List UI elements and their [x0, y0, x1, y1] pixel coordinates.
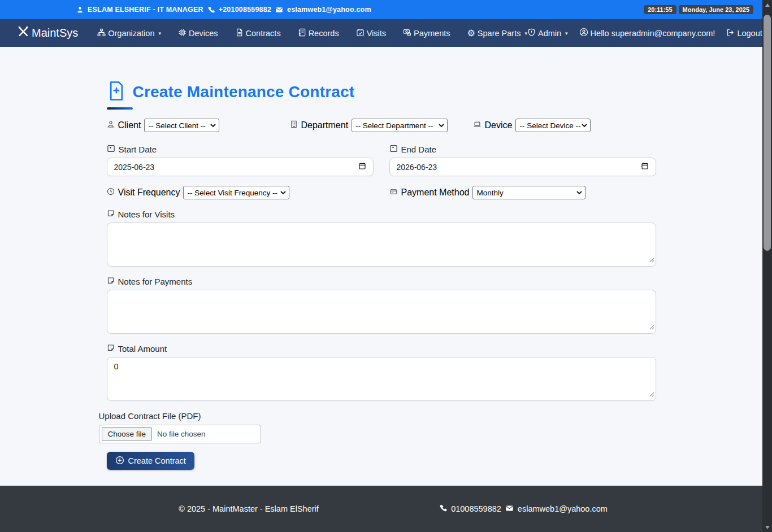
- clock-icon: [107, 187, 115, 198]
- page-title-text: Create Maintenance Contract: [133, 83, 355, 101]
- org-chart-icon: [97, 28, 106, 38]
- department-group: Department -- Select Department --: [290, 119, 473, 132]
- notes-payments-wrap: [107, 290, 656, 334]
- choose-file-button[interactable]: Choose file: [102, 427, 153, 441]
- date-badge: Monday, June 23, 2025: [679, 5, 753, 14]
- start-date-input[interactable]: 2025-06-23: [107, 158, 374, 176]
- plus-circle-icon: [115, 456, 124, 466]
- department-select[interactable]: -- Select Department --: [352, 119, 448, 132]
- nav-contracts-label: Contracts: [246, 29, 281, 38]
- end-date-value: 2026-06-23: [397, 163, 437, 172]
- notes-visits-label: Notes for Visits: [107, 210, 656, 219]
- create-contract-button[interactable]: Create Contract: [107, 452, 194, 470]
- nav-visits[interactable]: Visits: [356, 28, 386, 38]
- nav-logout[interactable]: Logout: [726, 28, 762, 38]
- notes-visits-wrap: [107, 223, 656, 267]
- visit-frequency-select[interactable]: -- Select Visit Frequency --: [183, 186, 289, 199]
- scroll-up-arrow[interactable]: [762, 0, 772, 10]
- client-group: Client -- Select Client --: [107, 119, 290, 132]
- nav-records-label: Records: [309, 29, 339, 38]
- nav-organization[interactable]: Organization ▾: [97, 28, 161, 38]
- end-date-input[interactable]: 2026-06-23: [389, 158, 656, 176]
- visit-frequency-group: Visit Frequency -- Select Visit Frequenc…: [107, 186, 374, 199]
- calendar-minus-icon: [389, 144, 398, 154]
- device-select[interactable]: -- Select Device --: [515, 119, 591, 132]
- nav-spare-parts[interactable]: ⚙ Spare Parts ▾: [467, 29, 527, 38]
- start-date-value: 2025-06-23: [114, 163, 155, 172]
- footer-contact: 01008559882 eslamweb1@yahoo.com: [386, 504, 661, 514]
- device-group: Device -- Select Device --: [473, 119, 656, 132]
- cash-coin-icon: [403, 28, 411, 38]
- file-status-text: No file chosen: [157, 430, 206, 438]
- device-label: Device: [485, 120, 513, 130]
- building-icon: [290, 120, 298, 130]
- person-circle-icon: [579, 28, 588, 38]
- person-outline-icon: [107, 120, 115, 130]
- calendar-plus-icon: [107, 144, 115, 154]
- scrollbar-thumb[interactable]: [764, 15, 771, 251]
- resize-grip-icon[interactable]: [649, 255, 654, 265]
- phone-icon: [439, 504, 447, 514]
- resize-grip-icon[interactable]: [649, 322, 654, 332]
- end-date-label-text: End Date: [401, 145, 437, 154]
- payment-method-select[interactable]: Monthly: [472, 186, 585, 199]
- laptop-icon: [473, 120, 482, 130]
- user-contact-info: ESLAM ELSHERIF - IT MANAGER +20100855988…: [76, 0, 371, 19]
- start-date-label: Start Date: [107, 144, 374, 154]
- select-chevron-icon: [582, 124, 587, 128]
- total-amount-wrap: 0: [107, 357, 656, 401]
- footer-email-text: eslamweb1@yahoo.com: [518, 504, 608, 513]
- client-label: Client: [118, 120, 141, 130]
- notes-payments-textarea[interactable]: [107, 290, 656, 334]
- sticky-note-icon: [107, 344, 115, 354]
- page-title: Create Maintenance Contract: [107, 47, 656, 103]
- cpu-chip-icon: [178, 28, 187, 38]
- selects-row: Client -- Select Client -- Department --…: [107, 119, 656, 132]
- nav-greeting-label: Hello superadmin@company.com!: [591, 29, 715, 38]
- chevron-down-icon: ▾: [565, 30, 568, 36]
- gear-icon: ⚙: [467, 29, 475, 38]
- footer: © 2025 - MaintMaster - Eslam ElSherif 01…: [0, 486, 772, 532]
- visit-frequency-label: Visit Frequency: [118, 187, 180, 198]
- nav-devices[interactable]: Devices: [178, 28, 218, 38]
- nav-contracts[interactable]: Contracts: [235, 28, 281, 38]
- calendar-icon[interactable]: [358, 162, 366, 172]
- scroll-down-arrow[interactable]: [762, 522, 772, 532]
- nav-greeting[interactable]: Hello superadmin@company.com!: [579, 28, 715, 38]
- nav-payments[interactable]: Payments: [403, 28, 450, 38]
- client-select[interactable]: -- Select Client --: [144, 119, 219, 132]
- dates-row: Start Date 2025-06-23: [107, 144, 656, 176]
- phone-icon: [207, 6, 215, 14]
- title-underline: [107, 107, 133, 110]
- credit-card-icon: [389, 187, 398, 198]
- nav-payments-label: Payments: [414, 29, 450, 38]
- main-content: Create Maintenance Contract Client -- Se…: [0, 47, 762, 486]
- create-contract-label: Create Contract: [128, 456, 186, 465]
- calendar-icon[interactable]: [641, 162, 649, 172]
- total-amount-textarea[interactable]: 0: [107, 357, 656, 401]
- notes-visits-label-text: Notes for Visits: [118, 210, 175, 219]
- sticky-note-icon: [107, 277, 115, 286]
- end-date-group: End Date 2026-06-23: [389, 144, 656, 176]
- total-amount-label: Total Amount: [107, 344, 656, 354]
- vertical-scrollbar[interactable]: [762, 0, 772, 532]
- nav-right-group: Admin ▾ Hello superadmin@company.com! Lo…: [527, 28, 762, 38]
- brand-maintsys[interactable]: MaintSys: [17, 25, 78, 41]
- envelope-icon: [275, 6, 283, 14]
- person-icon: [76, 6, 84, 14]
- select-chevron-icon: [210, 124, 216, 128]
- nav-records[interactable]: Records: [298, 28, 339, 38]
- start-date-group: Start Date 2025-06-23: [107, 144, 374, 176]
- nav-admin[interactable]: Admin ▾: [527, 28, 568, 38]
- file-input[interactable]: Choose file No file chosen: [99, 425, 261, 443]
- resize-grip-icon[interactable]: [649, 389, 654, 399]
- shield-icon: [527, 28, 536, 38]
- select-chevron-icon: [439, 124, 444, 128]
- brand-label: MaintSys: [32, 27, 78, 40]
- select-chevron-icon: [280, 191, 286, 195]
- notes-payments-label: Notes for Payments: [107, 277, 656, 286]
- notes-visits-textarea[interactable]: [107, 223, 656, 267]
- end-date-label: End Date: [389, 144, 656, 154]
- nav-logout-label: Logout: [737, 29, 762, 38]
- footer-phone-text: 01008559882: [451, 504, 501, 513]
